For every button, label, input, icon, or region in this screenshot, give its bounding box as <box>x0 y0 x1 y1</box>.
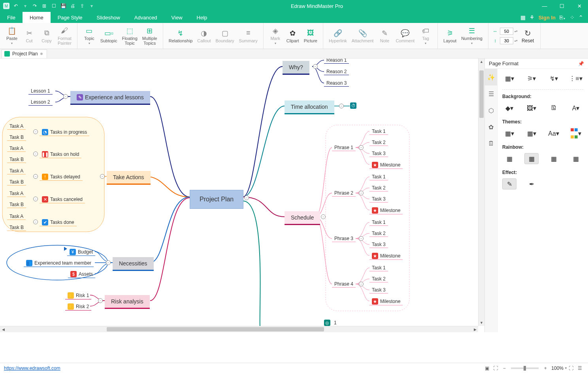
numbering-button[interactable]: ☰Numbering▾ <box>459 24 485 48</box>
share-icon[interactable]: ⚘ <box>530 14 535 21</box>
hyperlink-button[interactable]: 🔗Hyperlink <box>326 24 349 48</box>
side-tab-task-icon[interactable]: 🗓 <box>485 135 497 152</box>
node-budget[interactable]: ¥Budget <box>67 248 95 256</box>
node-take-actions[interactable]: Take Actions <box>107 171 151 185</box>
node-reason[interactable]: Reason 3 <box>324 80 349 87</box>
fullscreen-icon[interactable]: ⛶ <box>567 364 575 372</box>
zoom-out-icon[interactable]: − <box>500 364 509 372</box>
vertical-scrollbar[interactable]: ▲▼ <box>478 59 484 326</box>
rainbow-option-1[interactable]: ▦ <box>502 153 516 164</box>
collapse-icon[interactable]: − <box>33 197 38 201</box>
attachment-button[interactable]: 📎Attachment <box>349 24 376 48</box>
collapse-icon[interactable]: − <box>63 94 68 99</box>
export-icon[interactable]: ⇪ <box>79 3 85 9</box>
node-lesson[interactable]: Lesson 1 <box>28 88 53 95</box>
node-risk-item[interactable]: ⚡Risk 2 <box>65 303 91 311</box>
layout-mode-button[interactable]: ▦▾ <box>502 73 516 84</box>
node-phrase[interactable]: Phrase 2 <box>332 190 356 197</box>
node-task[interactable]: Task 3 <box>369 241 388 248</box>
floating-topic-button[interactable]: ⬚Floating Topic <box>120 24 140 48</box>
minimize-icon[interactable]: — <box>536 0 553 12</box>
side-tab-clipart-icon[interactable]: ✿ <box>485 119 497 135</box>
node-task-b[interactable]: Task B <box>7 201 26 208</box>
menu-slideshow[interactable]: Slideshow <box>90 12 127 23</box>
node-phrase[interactable]: Phrase 3 <box>332 235 356 242</box>
node-task[interactable]: Task 3 <box>369 287 388 293</box>
node-necessities[interactable]: Necessities <box>113 257 154 271</box>
node-task-group[interactable]: ✕Tasks canceled <box>40 196 85 203</box>
sign-in-button[interactable]: Sign In <box>539 15 556 21</box>
horizontal-spacing-field[interactable]: ↔▴▾ <box>492 28 518 35</box>
relationship-button[interactable]: ↯Relationship <box>166 24 195 48</box>
node-task-a[interactable]: Task A <box>7 213 26 220</box>
fit-width-icon[interactable]: ⛶ <box>491 364 500 372</box>
side-tab-icons-icon[interactable]: ⬡ <box>485 102 497 119</box>
collapse-icon[interactable]: − <box>359 191 364 195</box>
node-task[interactable]: Task 1 <box>369 128 388 135</box>
subtopic-button[interactable]: ▭▫Subtopic <box>98 24 120 48</box>
scroll-right-icon[interactable]: ▶ <box>472 326 478 332</box>
multiple-topics-button[interactable]: ⊞Multiple Topics <box>140 24 160 48</box>
cut-button[interactable]: ✂Cut <box>21 24 38 48</box>
node-assets[interactable]: $Assets <box>68 271 95 278</box>
bg-fill-button[interactable]: ◆▾ <box>502 102 516 114</box>
clipart-button[interactable]: ✿Clipart <box>284 24 302 48</box>
node-root[interactable]: Project Plan <box>190 190 243 209</box>
watermark-button[interactable]: A▾ <box>569 102 583 114</box>
node-milestone[interactable]: ★Milestone <box>369 298 403 305</box>
bullets-mode-button[interactable]: ⋮≡▾ <box>569 73 583 84</box>
side-tab-outline-icon[interactable]: ☰ <box>485 85 497 102</box>
theme-custom-button[interactable]: ▦▾ <box>524 128 539 139</box>
tag-button[interactable]: 🏷Tag▾ <box>417 24 434 48</box>
panels-icon[interactable]: ☰ <box>575 364 584 372</box>
node-task[interactable]: Task 2 <box>369 276 388 282</box>
redo-icon[interactable]: ↷ <box>32 3 38 9</box>
save-icon[interactable]: 💾 <box>60 3 66 9</box>
collapse-icon[interactable]: − <box>321 214 326 219</box>
collapse-icon[interactable]: − <box>339 104 344 108</box>
node-task-b[interactable]: Task B <box>7 156 26 163</box>
boundary-button[interactable]: ▢Boundary <box>213 24 237 48</box>
website-link[interactable]: https://www.edrawsoft.com <box>4 365 60 371</box>
effect-flat-button[interactable]: ✎ <box>502 178 516 189</box>
apps-icon[interactable]: ⁘ <box>570 14 575 21</box>
node-reason[interactable]: Reason 1 <box>324 59 349 64</box>
collapse-icon[interactable]: − <box>359 236 364 241</box>
node-task-group[interactable]: ❚❚Tasks on hold <box>40 151 81 158</box>
bg-remove-button[interactable]: 🖻 <box>547 102 561 114</box>
node-task-a[interactable]: Task A <box>7 145 26 152</box>
collapse-ribbon-icon[interactable]: ⌃ <box>579 14 583 21</box>
node-schedule[interactable]: Schedule <box>285 211 320 225</box>
collapse-icon[interactable]: − <box>244 195 249 200</box>
node-phrase[interactable]: Phrase 1 <box>332 144 356 151</box>
canvas-area[interactable]: Project Plan − Why? − Reason 1 Reason 2 … <box>0 59 484 332</box>
collapse-icon[interactable]: − <box>33 220 38 224</box>
zoom-in-icon[interactable]: + <box>541 364 550 372</box>
node-phrase[interactable]: Phrase 4 <box>332 281 356 288</box>
theme-colors-button[interactable]: ■■■■▾ <box>569 128 583 139</box>
rainbow-option-3[interactable]: ▦ <box>547 153 561 164</box>
spinner-icon[interactable]: ▴▾ <box>514 37 518 44</box>
collapse-icon[interactable]: − <box>100 174 105 179</box>
node-task[interactable]: Task 3 <box>369 150 388 157</box>
reset-button[interactable]: ↻Reset <box>518 28 537 44</box>
menu-page-style[interactable]: Page Style <box>51 12 90 23</box>
bg-image-button[interactable]: 🖼▾ <box>524 102 539 114</box>
menu-advanced[interactable]: Advanced <box>127 12 164 23</box>
node-task[interactable]: Task 1 <box>369 174 388 180</box>
node-task[interactable]: Task 1 <box>369 219 388 226</box>
maximize-icon[interactable]: ☐ <box>553 0 571 12</box>
vertical-spacing-field[interactable]: ↕▴▾ <box>492 37 518 44</box>
collapse-icon[interactable]: − <box>359 145 364 150</box>
collapse-icon[interactable]: − <box>313 64 318 69</box>
new-icon[interactable]: ⊞ <box>41 3 47 9</box>
pin-icon[interactable]: 📌 <box>578 61 584 66</box>
qat-customize-icon[interactable]: ▾ <box>89 3 95 9</box>
present-icon[interactable]: ▦ <box>520 14 526 21</box>
collapse-icon[interactable]: − <box>33 174 38 179</box>
scroll-up-icon[interactable]: ▲ <box>479 59 484 65</box>
node-task-group[interactable]: !Tasks delayed <box>40 173 83 181</box>
theme-font-button[interactable]: Aa▾ <box>547 128 561 139</box>
v-spacing-input[interactable] <box>500 37 513 44</box>
format-painter-button[interactable]: 🖌Format Painter <box>55 24 74 48</box>
